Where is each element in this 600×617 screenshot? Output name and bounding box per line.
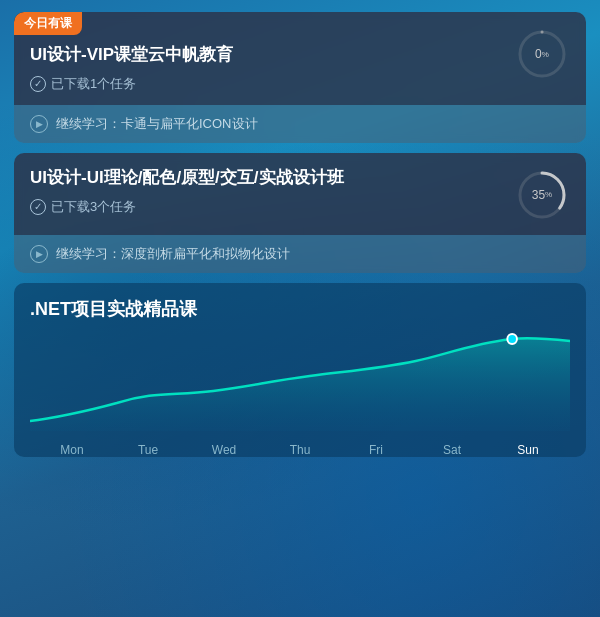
chart-label-tue: Tue — [110, 443, 186, 457]
card-2-top: UI设计-UI理论/配色/原型/交互/实战设计班 ✓ 已下载3个任务 35% — [14, 153, 586, 235]
play-icon-1: ▶ — [30, 115, 48, 133]
progress-label-2: 35% — [514, 167, 570, 223]
card-1-top: 今日有课 UI设计-VIP课堂云中帆教育 ✓ 已下载1个任务 0% — [14, 12, 586, 105]
chart-label-sat: Sat — [414, 443, 490, 457]
card-2-subtitle: ✓ 已下载3个任务 — [30, 198, 504, 216]
chart-label-thu: Thu — [262, 443, 338, 457]
card-1-subtitle: ✓ 已下载1个任务 — [30, 75, 504, 93]
today-badge: 今日有课 — [14, 12, 82, 35]
chart-label-mon: Mon — [34, 443, 110, 457]
card-1: 今日有课 UI设计-VIP课堂云中帆教育 ✓ 已下载1个任务 0% ▶ — [14, 12, 586, 143]
chart-label-sun: Sun — [490, 443, 566, 457]
chart-card: .NET项目实战精品课 Mon Tue Wed — [14, 283, 586, 457]
check-icon-1: ✓ — [30, 76, 46, 92]
progress-circle-2: 35% — [514, 167, 570, 223]
card-2-bottom[interactable]: ▶ 继续学习：深度剖析扁平化和拟物化设计 — [14, 235, 586, 273]
card-1-title: UI设计-VIP课堂云中帆教育 — [30, 44, 504, 67]
card-1-bottom[interactable]: ▶ 继续学习：卡通与扁平化ICON设计 — [14, 105, 586, 143]
card-2: UI设计-UI理论/配色/原型/交互/实战设计班 ✓ 已下载3个任务 35% ▶ — [14, 153, 586, 273]
chart-label-wed: Wed — [186, 443, 262, 457]
progress-label-1: 0% — [514, 26, 570, 82]
chart-labels: Mon Tue Wed Thu Fri Sat Sun — [30, 443, 570, 457]
check-icon-2: ✓ — [30, 199, 46, 215]
chart-title: .NET项目实战精品课 — [30, 297, 570, 321]
svg-point-4 — [507, 334, 517, 344]
progress-circle-1: 0% — [514, 26, 570, 82]
chart-area — [30, 331, 570, 441]
card-2-title: UI设计-UI理论/配色/原型/交互/实战设计班 — [30, 167, 504, 190]
chart-label-fri: Fri — [338, 443, 414, 457]
play-icon-2: ▶ — [30, 245, 48, 263]
